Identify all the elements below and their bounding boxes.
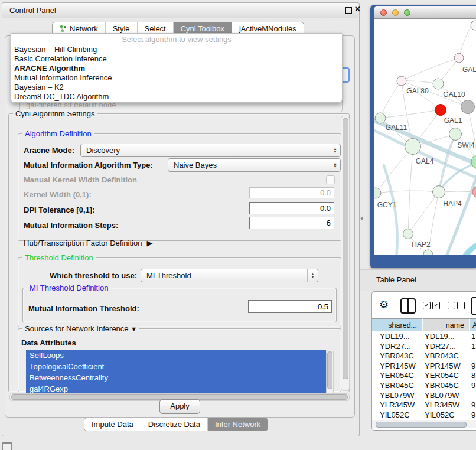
close-icon[interactable]: ✕ (354, 5, 361, 14)
table-cell[interactable]: 9 (470, 410, 476, 420)
table-cell[interactable]: 9. (470, 361, 476, 371)
float-window-icon[interactable] (345, 7, 352, 14)
network-edge[interactable] (461, 242, 476, 255)
network-edge[interactable] (408, 146, 413, 234)
network-node-gray[interactable] (461, 100, 475, 114)
sources-group-title[interactable]: Sources for Network Inference ▼ (22, 324, 139, 333)
deselect-all-icon[interactable] (448, 302, 455, 309)
network-edge[interactable] (408, 192, 439, 234)
table-row[interactable]: YIL052CYIL052C9 (372, 410, 476, 420)
data-attribute-item[interactable]: gal4RGexp (26, 383, 326, 393)
table-cell[interactable]: YDL19... (423, 332, 472, 342)
hub-definition-toggle[interactable]: Hub/Transcription Factor Definition ▶ (24, 239, 152, 247)
algorithm-option[interactable]: Dream8 DC_TDC Algorithm (11, 92, 342, 102)
table-row[interactable]: YBR043CYBR043C (372, 351, 476, 361)
table-cell[interactable]: YIL052C (372, 410, 431, 420)
table-cell[interactable]: YDR27... (423, 342, 472, 352)
algorithm-option[interactable]: Mutual Information Inference (11, 73, 342, 83)
stepper-icon[interactable]: ▲▼ (307, 269, 318, 282)
tab-infer-network[interactable]: Infer Network (207, 418, 268, 431)
network-node-green-right[interactable] (471, 155, 476, 169)
table-row[interactable]: YER054CYER054C8. (372, 371, 476, 381)
network-edge[interactable] (459, 23, 473, 58)
select-all-icon[interactable]: ✓ (432, 302, 440, 309)
data-attribute-item[interactable]: BetweennessCentrality (26, 372, 326, 383)
table-cell[interactable]: YBL079W (423, 391, 472, 401)
column-header-name[interactable]: name (423, 318, 470, 331)
table-row[interactable]: YPR145WYPR145W9. (372, 361, 476, 371)
deselect-all-icon[interactable] (457, 302, 465, 309)
table-cell[interactable]: 13 (470, 332, 476, 342)
column-header-shared-name[interactable]: shared... (372, 318, 423, 331)
data-attribute-item[interactable]: SelfLoops (26, 350, 326, 361)
table-cell[interactable]: 9. (470, 381, 476, 391)
apply-button[interactable]: Apply (159, 399, 200, 414)
network-node-GAL80[interactable] (397, 76, 406, 86)
close-traffic-light[interactable] (380, 9, 387, 16)
export-table-icon[interactable] (471, 297, 476, 315)
table-cell[interactable]: YLR345W (372, 400, 431, 410)
table-cell[interactable]: 8. (470, 371, 476, 381)
mi-steps-input[interactable] (249, 217, 334, 229)
network-edge[interactable] (380, 81, 402, 118)
network-edge[interactable] (384, 165, 397, 255)
network-node-GAL1[interactable] (435, 105, 446, 116)
restore-panel-icon[interactable] (2, 442, 12, 450)
network-edge[interactable] (446, 168, 476, 255)
network-node-GCY1[interactable] (374, 188, 381, 198)
table-cell[interactable] (470, 391, 476, 401)
aracne-mode-combobox[interactable]: Discovery ▲▼ (80, 144, 341, 157)
table-cell[interactable]: YIL052C (423, 410, 472, 420)
table-cell[interactable] (470, 351, 476, 361)
column-header-partial[interactable]: A (470, 318, 476, 331)
table-row[interactable]: YDL19...YDL19...13 (372, 332, 476, 342)
data-attribute-item[interactable]: TopologicalCoefficient (26, 361, 326, 372)
scrollbar-thumb[interactable] (327, 351, 332, 389)
table-cell[interactable]: YPR145W (423, 361, 472, 371)
tab-discretize-data[interactable]: Discretize Data (141, 418, 207, 431)
stepper-icon[interactable]: ▲▼ (330, 159, 340, 171)
table-cell[interactable]: 9. (470, 400, 476, 410)
mi-type-combobox[interactable]: Naive Bayes ▲▼ (168, 158, 341, 172)
table-row[interactable]: YBR045CYBR045C9. (372, 381, 476, 391)
network-graph[interactable]: GAL7GAL80GAL10GAL1GAL11SWI4GAL4GCY1HAP4Y… (374, 19, 476, 255)
table-row[interactable]: YLR345WYLR345W9. (372, 400, 476, 410)
table-cell[interactable]: YPR145W (372, 361, 431, 371)
table-cell[interactable]: YDL19... (372, 332, 431, 342)
zoom-traffic-light[interactable] (404, 9, 410, 16)
network-node-GAL7[interactable] (454, 53, 464, 63)
network-edge[interactable] (468, 107, 476, 162)
table-cell[interactable]: YBR045C (372, 381, 431, 391)
minimize-traffic-light[interactable] (392, 9, 399, 16)
network-window-titlebar[interactable] (374, 6, 476, 19)
table-cell[interactable]: 12 (470, 342, 476, 352)
algorithm-option[interactable]: Basic Correlation Inference (11, 54, 342, 64)
table-cell[interactable]: YDR27... (372, 342, 431, 352)
panel-collapse-arrow[interactable] (360, 216, 363, 221)
select-all-icon[interactable]: ✓ (423, 302, 431, 309)
table-row[interactable]: YBL079WYBL079W (372, 391, 476, 401)
table-cell[interactable]: YBR045C (423, 381, 472, 391)
network-node-SWI4[interactable] (449, 128, 462, 141)
mi-threshold-input[interactable] (248, 300, 332, 313)
network-canvas[interactable]: GAL7GAL80GAL10GAL1GAL11SWI4GAL4GCY1HAP4Y… (374, 19, 476, 255)
scrollbar-thumb[interactable] (376, 422, 467, 428)
network-node-top[interactable] (471, 21, 476, 30)
table-cell[interactable]: YBR043C (372, 351, 431, 361)
network-edge[interactable] (380, 110, 441, 118)
network-node-GAL10[interactable] (433, 79, 444, 89)
network-edge[interactable] (402, 58, 459, 81)
algorithm-option[interactable]: Bayesian – K2 (11, 83, 342, 92)
split-panel-icon[interactable] (400, 298, 416, 314)
dpi-tolerance-input[interactable] (249, 202, 334, 214)
table-cell[interactable]: YLR345W (423, 400, 472, 410)
table-cell[interactable]: YER054C (372, 371, 431, 381)
network-node-HAP2[interactable] (403, 229, 413, 239)
tab-impute-data[interactable]: Impute Data (84, 418, 141, 431)
table-cell[interactable]: YER054C (423, 371, 472, 381)
network-node-bottom[interactable] (423, 250, 433, 255)
scrollbar-thumb[interactable] (343, 118, 348, 379)
which-threshold-combobox[interactable]: MI Threshold ▲▼ (141, 269, 318, 282)
network-edge[interactable] (376, 191, 439, 193)
table-cell[interactable]: YBR043C (423, 351, 472, 361)
